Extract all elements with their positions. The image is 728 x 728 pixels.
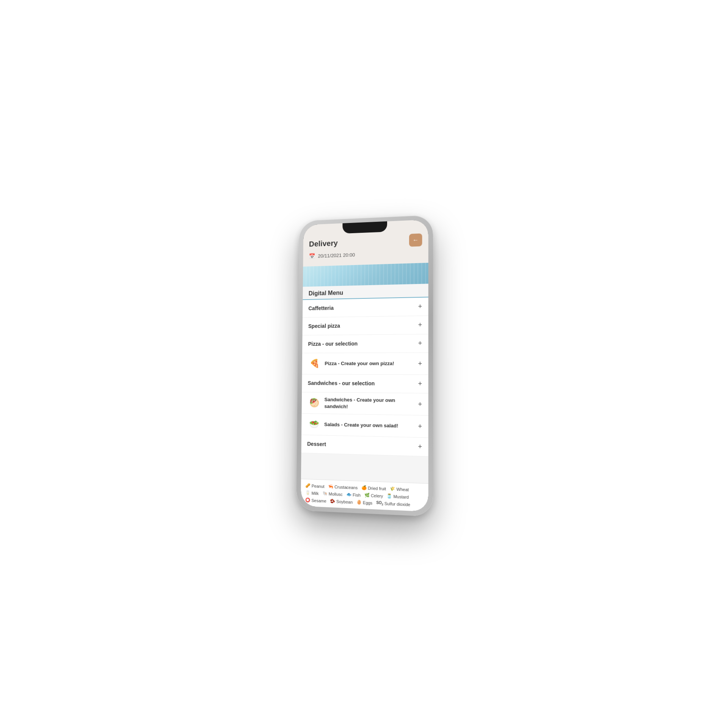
mollusc-label: Mollusc [329,491,343,497]
expand-icon-dessert: + [418,442,422,451]
mustard-icon: 🫙 [387,494,392,499]
soybean-icon: 🫘 [330,499,335,504]
menu-item-special-pizza[interactable]: Special pizza + [303,316,428,336]
celery-icon: 🌿 [364,493,370,498]
allergen-sesame: ⭕ Sesame [305,497,326,503]
menu-item-pizza-custom[interactable]: 🍕 Pizza - Create your own pizza! + [302,353,428,375]
eggs-label: Eggs [363,500,372,505]
peanut-icon: 🥜 [305,483,311,488]
back-button[interactable]: ← [409,234,422,247]
crustaceans-icon: 🦐 [328,484,333,489]
allergen-eggs: 🥚 Eggs [356,500,372,505]
allergen-dried-fruit: 🍊 Dried fruit [361,485,386,491]
sulfur-icon: SO2 [376,500,383,506]
mollusc-icon: 🐚 [322,491,328,496]
back-arrow-icon: ← [413,237,419,244]
allergen-mustard: 🫙 Mustard [387,494,409,500]
hero-image [303,263,428,287]
notch [342,221,387,234]
page-title: Delivery [309,239,338,248]
salads-emoji: 🥗 [307,417,320,431]
menu-label-salads-custom: Salads - Create your own salad! [324,421,398,429]
sandwiches-emoji: 🥙 [308,396,321,410]
mustard-label: Mustard [393,494,409,499]
allergen-peanut: 🥜 Peanut [305,483,324,489]
expand-icon-special-pizza: + [418,321,422,329]
allergen-section: 🥜 Peanut 🦐 Crustaceans 🍊 Dried fruit [301,479,428,512]
milk-label: Milk [312,491,319,496]
menu-label-sandwiches-selection: Sandwiches - our selection [308,380,375,387]
allergen-sulfur: SO2 Sulfur dioxide [376,500,410,507]
allergen-milk: 🥛 Milk [305,490,319,496]
menu-item-dessert[interactable]: Dessert + [301,435,428,457]
sesame-label: Sesame [311,498,326,503]
dried-fruit-label: Dried fruit [368,486,386,491]
menu-label-dessert: Dessert [307,441,326,448]
expand-icon-pizza-selection: + [418,339,422,347]
milk-icon: 🥛 [305,490,311,496]
fish-icon: 🐟 [346,492,351,497]
expand-icon-caffetteria: + [418,303,422,311]
dried-fruit-icon: 🍊 [361,485,367,491]
wheat-icon: 🌾 [390,486,395,491]
section-title: Digital Menu [309,290,344,297]
celery-label: Celery [371,493,383,498]
screen: Delivery ← 📅 20/11/2021 20:00 Digital Me… [301,220,428,512]
sulfur-label: Sulfur dioxide [384,501,410,507]
allergen-celery: 🌿 Celery [364,493,383,498]
allergen-crustaceans: 🦐 Crustaceans [328,484,358,490]
peanut-label: Peanut [312,483,325,488]
allergen-soybean: 🫘 Soybean [330,499,353,505]
date-text: 20/11/2021 20:00 [318,252,355,259]
allergen-mollusc: 🐚 Mollusc [322,491,342,497]
allergen-wheat: 🌾 Wheat [390,486,409,492]
eggs-icon: 🥚 [356,500,362,505]
expand-icon-salads-custom: + [418,422,422,431]
allergen-fish: 🐟 Fish [346,492,361,497]
menu-label-sandwiches-custom: Sandwiches - Create your own sandwich! [324,397,418,411]
expand-icon-sandwiches-selection: + [418,380,422,388]
expand-icon-sandwiches-custom: + [418,400,422,408]
menu-label-special-pizza: Special pizza [308,323,340,330]
pizza-emoji: 🍕 [308,357,321,370]
menu-label-pizza-custom: Pizza - Create your own pizza! [325,360,394,367]
menu-item-sandwiches-custom[interactable]: 🥙 Sandwiches - Create your own sandwich!… [302,392,428,416]
menu-item-caffetteria[interactable]: Caffetteria + [303,298,428,318]
fish-label: Fish [353,492,361,497]
crustaceans-label: Crustaceans [334,484,358,490]
menu-item-salads-custom[interactable]: 🥗 Salads - Create your own salad! + [301,414,428,438]
menu-label-caffetteria: Caffetteria [308,305,334,312]
menu-content[interactable]: Caffetteria + Special pizza + Pizza - ou… [301,298,428,483]
menu-label-pizza-selection: Pizza - our selection [308,340,358,348]
wheat-label: Wheat [397,487,409,492]
calendar-icon: 📅 [309,253,315,259]
expand-icon-pizza-custom: + [418,359,422,367]
soybean-label: Soybean [336,499,353,504]
menu-item-pizza-selection[interactable]: Pizza - our selection + [302,334,428,353]
sesame-icon: ⭕ [305,497,311,503]
menu-item-sandwiches-selection[interactable]: Sandwiches - our selection + [302,374,428,393]
allergen-grid: 🥜 Peanut 🦐 Crustaceans 🍊 Dried fruit [305,483,424,508]
